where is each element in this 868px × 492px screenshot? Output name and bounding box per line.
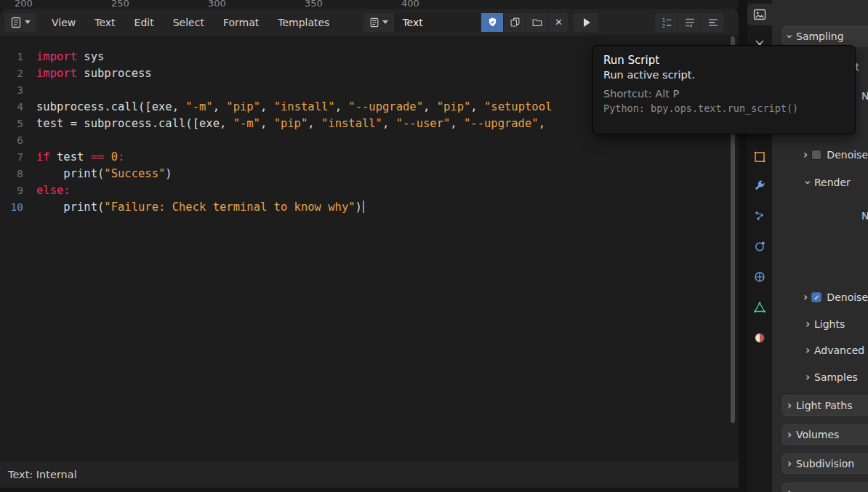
display-toggles: 12 xyxy=(655,13,724,32)
subpanel-label: Samples xyxy=(814,371,858,383)
constraints-tab-icon xyxy=(752,270,767,284)
object-data-tab-icon xyxy=(752,300,767,315)
line-number: 3 xyxy=(0,82,23,99)
subpanel-label: Advanced xyxy=(814,344,864,356)
editor-type-button[interactable] xyxy=(4,13,36,32)
chevron-icon: › xyxy=(801,291,810,304)
subpanel-label: Lights xyxy=(814,318,845,330)
subpanel-render[interactable]: › Render xyxy=(801,172,868,193)
fake-user-shield-icon xyxy=(487,17,498,28)
run-script-tooltip: Run Script Run active script. Shortcut: … xyxy=(592,45,856,134)
panel-subdivision[interactable]: › Subdivision xyxy=(782,453,868,474)
code-line[interactable]: 6 xyxy=(0,132,739,149)
subpanel-samples[interactable]: › Samples xyxy=(801,367,868,387)
chevron-icon: › xyxy=(801,318,814,331)
text-source-status: Text: Internal xyxy=(8,469,77,480)
tab-particle-properties[interactable] xyxy=(747,205,772,227)
code-line[interactable]: 8 print("Success") xyxy=(0,166,739,182)
new-copy-icon xyxy=(510,17,521,28)
menu-templates[interactable]: Templates xyxy=(268,9,339,36)
ruler-tick: 200 xyxy=(15,0,33,9)
menu-select[interactable]: Select xyxy=(164,9,214,36)
ruler-tick: 350 xyxy=(305,0,323,9)
tab-object-properties[interactable] xyxy=(747,146,772,168)
line-number: 7 xyxy=(0,149,23,166)
chevron-down-icon xyxy=(382,20,388,24)
panel-sampling[interactable]: › Sampling xyxy=(782,26,868,47)
subpanel-label: Denoise xyxy=(827,149,868,161)
code-line[interactable]: 9else: xyxy=(0,182,739,199)
chevron-icon: › xyxy=(783,30,796,43)
code-line[interactable]: 10 print("Failure: Check terminal to kno… xyxy=(0,199,739,216)
denoise-checkbox[interactable] xyxy=(811,150,821,160)
run-script-button[interactable] xyxy=(574,13,598,32)
tab-render-properties[interactable] xyxy=(747,4,772,25)
chevron-icon: › xyxy=(783,486,796,492)
denoise-checkbox-checked[interactable]: ✓ xyxy=(811,292,821,302)
subpanel-lights[interactable]: › Lights xyxy=(801,314,868,334)
tooltip-shortcut: Shortcut: Alt P xyxy=(603,88,845,100)
window-edge xyxy=(0,488,739,492)
svg-text:2: 2 xyxy=(662,22,665,28)
menu-text[interactable]: Text xyxy=(85,9,124,36)
subpanel-denoise-render[interactable]: › ✓ Denoise xyxy=(801,287,868,307)
new-text-button[interactable] xyxy=(504,13,526,32)
line-numbers-toggle[interactable]: 12 xyxy=(655,13,678,32)
tab-object-data-properties[interactable] xyxy=(747,297,772,318)
datablock-browse-button[interactable] xyxy=(363,13,394,32)
chevron-icon: › xyxy=(783,457,796,470)
tab-physics-properties[interactable] xyxy=(747,235,772,257)
tooltip-python-path: Python: bpy.ops.text.run_script() xyxy=(603,102,845,114)
ruler-tick: 300 xyxy=(208,0,226,9)
code-line[interactable]: 7if test == 0: xyxy=(0,149,739,166)
menu-format[interactable]: Format xyxy=(214,9,268,36)
tooltip-title: Run Script xyxy=(603,54,845,67)
chevron-icon: › xyxy=(801,344,814,357)
timeline-ruler: 200 250 300 350 400 xyxy=(0,0,739,9)
line-number: 1 xyxy=(0,49,23,65)
tab-modifier-properties[interactable] xyxy=(747,175,772,197)
run-script-play-icon xyxy=(584,18,590,27)
chevron-icon: › xyxy=(783,428,796,441)
particles-tab-icon xyxy=(752,209,767,223)
panel-label: Subdivision xyxy=(796,458,854,469)
fake-user-toggle[interactable] xyxy=(481,13,503,32)
subpanel-advanced[interactable]: › Advanced xyxy=(801,340,868,360)
line-number: 9 xyxy=(0,182,23,199)
subpanel-denoise-viewport[interactable]: › Denoise xyxy=(801,145,868,165)
line-number: 6 xyxy=(0,132,23,149)
word-wrap-toggle[interactable] xyxy=(678,13,701,32)
datablock-selector: ✕ xyxy=(363,13,568,32)
line-number: 10 xyxy=(0,199,23,216)
panel-label: Light Paths xyxy=(796,400,852,411)
open-text-button[interactable] xyxy=(526,13,548,32)
image-tab-icon xyxy=(752,7,767,22)
chevron-icon: › xyxy=(801,371,814,384)
panel-volumes[interactable]: › Volumes xyxy=(782,424,868,445)
datablock-name-field[interactable] xyxy=(395,13,481,32)
panel-light-paths[interactable]: › Light Paths xyxy=(782,395,868,416)
panel-label: Sampling xyxy=(796,31,844,42)
line-numbers-icon: 12 xyxy=(660,16,673,29)
chevron-down-icon xyxy=(25,20,31,24)
datablock-browse-icon xyxy=(369,17,379,28)
chevron-icon: › xyxy=(801,148,810,161)
word-wrap-icon xyxy=(683,16,696,29)
tab-constraint-properties[interactable] xyxy=(747,266,772,288)
physics-tab-icon xyxy=(752,239,767,254)
modifiers-wrench-icon xyxy=(752,179,767,193)
line-number: 8 xyxy=(0,166,23,182)
object-tab-icon xyxy=(752,150,767,164)
subpanel-label: Denoise xyxy=(827,291,868,303)
menu-view[interactable]: View xyxy=(42,9,85,36)
tab-material-properties[interactable] xyxy=(747,327,772,349)
unlink-button[interactable]: ✕ xyxy=(549,13,568,32)
unlink-x-icon: ✕ xyxy=(555,17,563,28)
prop-noise-threshold-render: Noise Threshold xyxy=(861,206,868,226)
material-tab-icon xyxy=(752,331,767,345)
menu-edit[interactable]: Edit xyxy=(125,9,164,36)
syntax-highlight-toggle[interactable] xyxy=(702,13,724,32)
text-editor-footer: Text: Internal xyxy=(0,461,739,488)
chevron-icon: › xyxy=(783,399,796,412)
panel-partial[interactable]: › xyxy=(782,483,868,492)
